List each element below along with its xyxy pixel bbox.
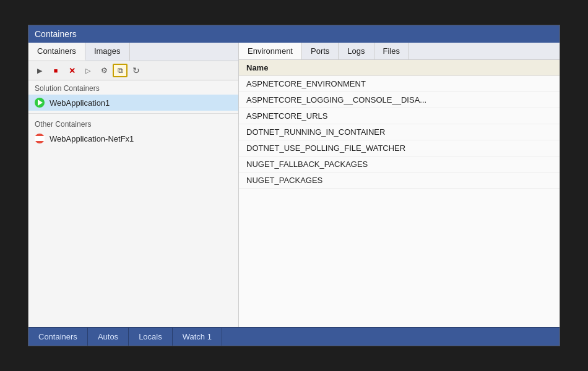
env-row-0[interactable]: ASPNETCORE_ENVIRONMENT	[239, 76, 560, 92]
env-row-3[interactable]: DOTNET_RUNNING_IN_CONTAINER	[239, 124, 560, 140]
toolbar: ▶ ■ ✕ ▷ ⚙ ⧉ ↻	[28, 61, 238, 80]
delete-button[interactable]: ✕	[64, 64, 79, 77]
gear-icon: ⚙	[101, 66, 108, 75]
left-spacer	[28, 147, 238, 327]
other-section-label: Other Containers	[28, 116, 238, 130]
settings-button[interactable]: ⚙	[97, 64, 111, 77]
top-tabs: Containers Images	[28, 43, 238, 61]
bottom-tab-autos[interactable]: Autos	[88, 328, 129, 346]
bottom-tabs: Containers Autos Locals Watch 1	[28, 327, 560, 346]
title-bar: Containers	[28, 25, 560, 43]
tab-files[interactable]: Files	[374, 43, 409, 59]
running-status-icon	[35, 98, 45, 108]
refresh-button[interactable]: ↻	[129, 64, 144, 77]
tab-containers[interactable]: Containers	[28, 43, 85, 61]
solution-section-label: Solution Containers	[28, 80, 238, 95]
main-area: Containers Images ▶ ■ ✕ ▷ ⚙	[28, 43, 560, 327]
env-row-5[interactable]: NUGET_FALLBACK_PACKAGES	[239, 156, 560, 173]
container-name-webapplication-netfx1: WebApplication-NetFx1	[50, 134, 134, 143]
env-table: Name ASPNETCORE_ENVIRONMENT ASPNETCORE_L…	[239, 60, 560, 327]
refresh-icon: ↻	[132, 66, 140, 75]
left-panel: Containers Images ▶ ■ ✕ ▷ ⚙	[28, 43, 239, 327]
stopped-status-icon	[35, 134, 45, 143]
container-name-webapplication1: WebApplication1	[50, 98, 110, 108]
play-icon: ▶	[37, 67, 42, 75]
tab-images[interactable]: Images	[85, 43, 130, 61]
terminal-icon: ▷	[85, 67, 90, 75]
delete-icon: ✕	[69, 66, 76, 75]
copy-icon: ⧉	[118, 66, 123, 75]
stop-button[interactable]: ■	[48, 64, 63, 77]
env-row-1[interactable]: ASPNETCORE_LOGGING__CONSOLE__DISA...	[239, 92, 560, 108]
tab-ports[interactable]: Ports	[302, 43, 339, 59]
container-item-webapplication1[interactable]: WebApplication1	[28, 95, 238, 111]
bottom-tab-containers[interactable]: Containers	[28, 328, 88, 346]
right-panel: Environment Ports Logs Files Name ASPNET…	[239, 43, 560, 327]
env-row-6[interactable]: NUGET_PACKAGES	[239, 173, 560, 189]
env-table-header: Name	[239, 60, 560, 76]
play-button[interactable]: ▶	[32, 64, 47, 77]
window-title: Containers	[35, 29, 77, 39]
terminal-button[interactable]: ▷	[80, 64, 95, 77]
section-divider	[28, 113, 238, 114]
stop-icon: ■	[54, 67, 58, 74]
main-window: Containers Containers Images ▶ ■ ✕	[28, 25, 560, 346]
env-row-4[interactable]: DOTNET_USE_POLLING_FILE_WATCHER	[239, 140, 560, 156]
right-tabs: Environment Ports Logs Files	[239, 43, 560, 60]
container-item-webapplication-netfx1[interactable]: WebApplication-NetFx1	[28, 130, 238, 147]
tab-environment[interactable]: Environment	[239, 43, 302, 59]
bottom-tab-locals[interactable]: Locals	[129, 328, 173, 346]
bottom-tab-watch1[interactable]: Watch 1	[173, 328, 222, 346]
copy-button[interactable]: ⧉	[113, 64, 128, 77]
tab-logs[interactable]: Logs	[339, 43, 374, 59]
env-row-2[interactable]: ASPNETCORE_URLS	[239, 108, 560, 124]
